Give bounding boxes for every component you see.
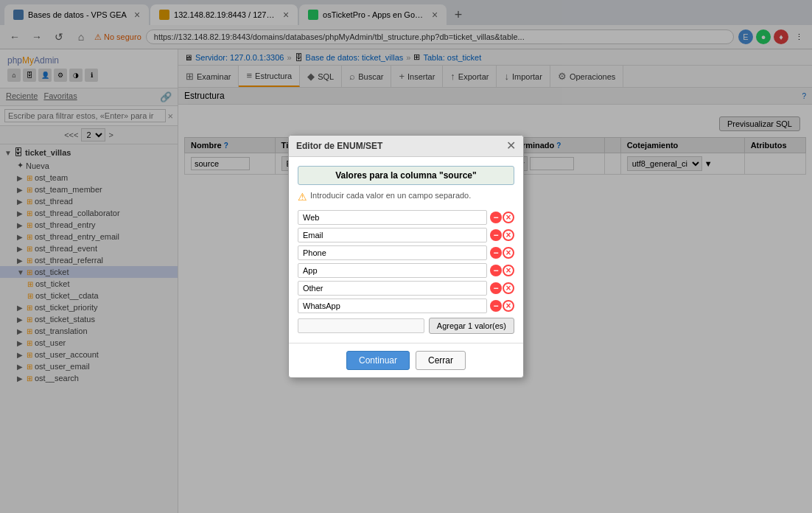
- enum-row-other: − ×: [298, 281, 514, 296]
- modal-footer: Continuar Cerrar: [289, 343, 523, 377]
- add-value-input[interactable]: [298, 318, 424, 333]
- enum-row-app: − ×: [298, 263, 514, 278]
- remove-x-icon: ×: [503, 247, 514, 259]
- remove-minus-icon: −: [490, 247, 502, 259]
- remove-minus-icon: −: [490, 265, 502, 276]
- enum-input-whatsapp[interactable]: [298, 299, 487, 313]
- enum-input-web[interactable]: [298, 210, 487, 225]
- enum-remove-other[interactable]: − ×: [490, 282, 514, 294]
- enum-row-web: − ×: [298, 210, 514, 225]
- remove-minus-icon: −: [490, 212, 502, 223]
- close-button[interactable]: Cerrar: [416, 351, 466, 370]
- add-value-button[interactable]: Agregar 1 valor(es): [429, 318, 514, 334]
- enum-input-email[interactable]: [298, 228, 487, 242]
- modal-header: Editor de ENUM/SET ✕: [289, 136, 523, 157]
- remove-x-icon: ×: [503, 265, 514, 276]
- add-value-row: Agregar 1 valor(es): [298, 318, 514, 334]
- enum-remove-email[interactable]: − ×: [490, 229, 514, 241]
- enum-input-other[interactable]: [298, 281, 487, 296]
- remove-x-icon: ×: [503, 300, 514, 312]
- enum-set-editor-modal: Editor de ENUM/SET ✕ Valores para la col…: [288, 135, 524, 378]
- modal-overlay: Editor de ENUM/SET ✕ Valores para la col…: [0, 0, 812, 513]
- modal-info: ⚠ Introducir cada valor en un campo sepa…: [298, 191, 514, 203]
- remove-x-icon: ×: [503, 282, 514, 294]
- warning-icon: ⚠: [298, 191, 307, 203]
- enum-remove-phone[interactable]: − ×: [490, 247, 514, 259]
- enum-remove-app[interactable]: − ×: [490, 265, 514, 276]
- modal-info-text: Introducir cada valor en un campo separa…: [310, 191, 471, 200]
- modal-section-title: Valores para la columna "source": [298, 166, 514, 185]
- remove-minus-icon: −: [490, 300, 502, 312]
- enum-row-email: − ×: [298, 228, 514, 242]
- enum-remove-whatsapp[interactable]: − ×: [490, 300, 514, 312]
- enum-input-phone[interactable]: [298, 245, 487, 260]
- modal-close-button[interactable]: ✕: [506, 140, 516, 152]
- remove-minus-icon: −: [490, 229, 502, 241]
- enum-remove-web[interactable]: − ×: [490, 212, 514, 223]
- enum-input-app[interactable]: [298, 263, 487, 278]
- modal-title: Editor de ENUM/SET: [296, 141, 382, 151]
- remove-minus-icon: −: [490, 282, 502, 294]
- remove-x-icon: ×: [503, 212, 514, 223]
- modal-body: Valores para la columna "source" ⚠ Intro…: [289, 157, 523, 343]
- remove-x-icon: ×: [503, 229, 514, 241]
- enum-row-whatsapp: − ×: [298, 299, 514, 313]
- continue-button[interactable]: Continuar: [346, 351, 410, 370]
- enum-row-phone: − ×: [298, 245, 514, 260]
